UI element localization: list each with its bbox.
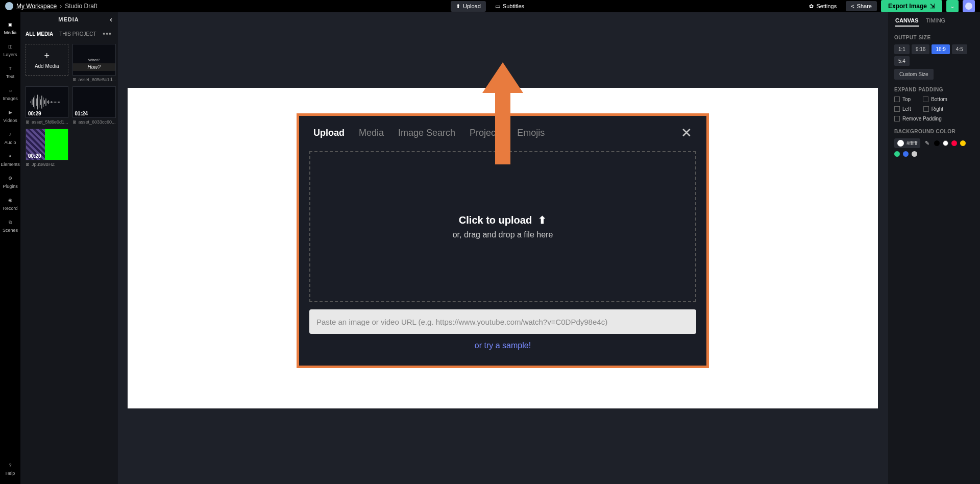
check-label: Right	[932, 106, 943, 112]
upload-button[interactable]: ⬆ Upload	[451, 1, 486, 12]
thumb-audio[interactable]: 00:29	[26, 86, 68, 118]
ratio-16-9[interactable]: 16:9	[932, 44, 949, 54]
modal-tab-upload[interactable]: Upload	[313, 128, 345, 138]
color-swatch[interactable]	[903, 151, 909, 157]
output-size-title: OUTPUT SIZE	[894, 35, 974, 40]
color-swatch[interactable]	[934, 140, 940, 146]
color-swatch[interactable]	[912, 151, 917, 157]
canvas[interactable]: Upload Media Image Search Projects Emoji…	[128, 88, 878, 408]
images-icon: ⌕	[6, 86, 14, 94]
check-label: Left	[902, 106, 911, 112]
rail-videos-label: Videos	[3, 118, 17, 123]
check-bottom[interactable]: Bottom	[923, 96, 947, 102]
color-swatch-icon	[897, 140, 904, 147]
media-asset: 00:29 🗎asset_5fd6e0d1...	[26, 86, 68, 125]
rail-videos[interactable]: ▶Videos	[0, 105, 20, 126]
asset-name-text: asset_6033cc60...	[79, 119, 116, 125]
thumb-sub1: What?	[88, 58, 100, 62]
eyedropper-icon[interactable]: ✎	[923, 138, 931, 148]
media-grid: + Add Media What? How? 🗎asset_605e5c1d..…	[20, 41, 117, 170]
url-input[interactable]	[309, 309, 696, 334]
check-remove-padding[interactable]: Remove Padding	[894, 116, 974, 122]
modal-tab-emojis[interactable]: Emojis	[517, 128, 545, 138]
file-icon: 🗎	[26, 119, 30, 125]
tab-this-project[interactable]: THIS PROJECT	[59, 31, 96, 37]
ratio-1-1[interactable]: 1:1	[894, 44, 910, 54]
layers-icon: ◫	[6, 42, 14, 51]
tab-canvas[interactable]: CANVAS	[895, 17, 919, 27]
modal-tab-image-search[interactable]: Image Search	[398, 128, 455, 138]
ratio-4-5[interactable]: 4:5	[952, 44, 967, 54]
draft-name[interactable]: Studio Draft	[65, 3, 97, 10]
color-swatch[interactable]	[951, 140, 957, 146]
plugins-icon: ⚙	[6, 174, 14, 182]
more-icon[interactable]: •••	[103, 30, 112, 38]
export-dropdown[interactable]: ⌄	[946, 0, 959, 12]
left-rail: ▣Media ◫Layers TText ⌕Images ▶Videos ♪Au…	[0, 12, 20, 484]
rail-layers[interactable]: ◫Layers	[0, 39, 20, 60]
sample-link[interactable]: or try a sample!	[299, 341, 706, 366]
color-hex: #ffffff	[906, 140, 917, 146]
tab-timing[interactable]: TIMING	[926, 17, 946, 27]
chevron-right-icon: ›	[60, 3, 62, 10]
rail-media[interactable]: ▣Media	[0, 17, 20, 38]
close-icon[interactable]: ✕	[681, 125, 692, 141]
rail-help[interactable]: ?Help	[0, 458, 20, 479]
media-header: MEDIA ‹	[20, 12, 117, 27]
check-top[interactable]: Top	[894, 96, 911, 102]
file-icon: 🗎	[26, 162, 30, 167]
custom-size-button[interactable]: Custom Size	[894, 69, 934, 80]
modal-tab-projects[interactable]: Projects	[470, 128, 503, 138]
help-icon: ?	[6, 461, 14, 469]
ratio-5-4[interactable]: 5:4	[894, 56, 910, 66]
subtitles-button[interactable]: ▭ Subtitles	[490, 1, 529, 12]
top-bar: My Workspace › Studio Draft ⬆ Upload ▭ S…	[0, 0, 980, 12]
rail-plugins-label: Plugins	[3, 184, 18, 189]
media-asset: 00:20 🗎JpuSwBHZ	[26, 129, 68, 167]
check-label: Top	[902, 96, 911, 102]
check-left[interactable]: Left	[894, 106, 911, 112]
color-swatch[interactable]	[960, 140, 966, 146]
collapse-icon[interactable]: ‹	[110, 15, 113, 23]
drop-title: Click to upload	[459, 214, 532, 226]
rail-elements-label: Elements	[1, 162, 20, 167]
dropzone[interactable]: Click to upload ⬆ or, drag and drop a fi…	[309, 151, 696, 302]
share-button[interactable]: < Share	[846, 1, 877, 11]
modal-tab-media[interactable]: Media	[359, 128, 384, 138]
rail-help-label: Help	[6, 471, 15, 476]
thumb-whathow[interactable]: What? How?	[72, 44, 116, 76]
add-media-button[interactable]: + Add Media	[26, 44, 68, 76]
avatar[interactable]	[963, 0, 975, 12]
rail-elements[interactable]: ✦Elements	[0, 149, 20, 170]
rail-audio[interactable]: ♪Audio	[0, 127, 20, 148]
ratio-9-16[interactable]: 9:16	[912, 44, 929, 54]
thumb-green[interactable]: 00:20	[26, 129, 68, 160]
asset-name-text: JpuSwBHZ	[32, 162, 55, 167]
tab-all-media[interactable]: ALL MEDIA	[26, 31, 53, 37]
rail-scenes[interactable]: ⧉Scenes	[0, 215, 20, 236]
top-right: ✿ Settings < Share Export Image ⇲ ⌄	[804, 0, 975, 12]
asset-name: 🗎asset_5fd6e0d1...	[26, 119, 68, 125]
rail-record[interactable]: ◉Record	[0, 193, 20, 214]
main: ▣Media ◫Layers TText ⌕Images ▶Videos ♪Au…	[0, 12, 980, 484]
rail-plugins[interactable]: ⚙Plugins	[0, 171, 20, 192]
settings-button[interactable]: ✿ Settings	[804, 1, 842, 12]
drop-title-row: Click to upload ⬆	[459, 214, 547, 226]
rail-images[interactable]: ⌕Images	[0, 83, 20, 104]
rail-text[interactable]: TText	[0, 61, 20, 82]
media-tabs: ALL MEDIA THIS PROJECT •••	[20, 27, 117, 41]
thumb-time: 00:29	[28, 111, 41, 116]
text-icon: T	[6, 64, 14, 72]
thumb-video[interactable]: 01:24	[72, 86, 116, 118]
workspace-link[interactable]: My Workspace	[16, 3, 57, 10]
scenes-icon: ⧉	[6, 218, 14, 226]
color-swatch[interactable]	[894, 151, 900, 157]
check-right[interactable]: Right	[923, 106, 943, 112]
drop-sub: or, drag and drop a file here	[453, 230, 553, 239]
right-panel: CANVAS TIMING OUTPUT SIZE 1:19:1616:94:5…	[888, 12, 980, 484]
color-input[interactable]: #ffffff	[894, 138, 920, 148]
color-row: #ffffff ✎	[894, 138, 974, 157]
color-swatch[interactable]	[943, 140, 948, 146]
export-button[interactable]: Export Image ⇲	[881, 0, 942, 12]
thumb-sub2: How?	[73, 63, 116, 71]
